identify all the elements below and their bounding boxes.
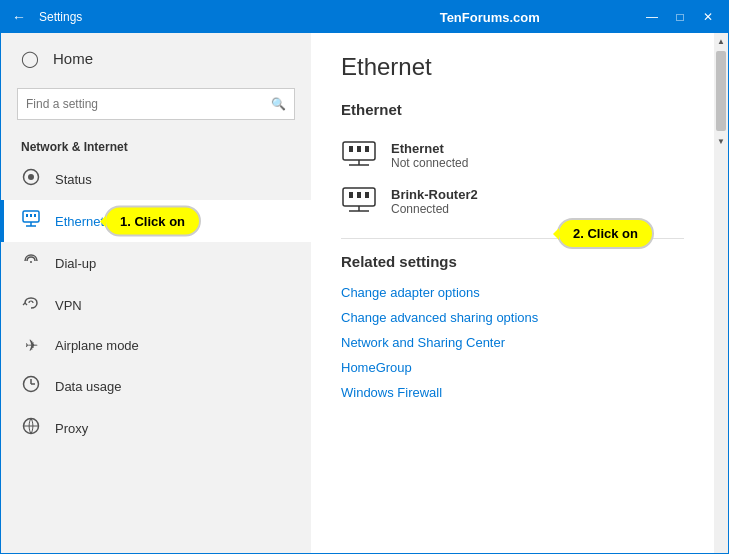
maximize-button[interactable]: □ [668,5,692,29]
vpn-icon [21,294,41,316]
main-content: ◯ Home 🔍 Network & Internet Status [1,33,728,553]
related-link-adapter[interactable]: Change adapter options [341,280,684,305]
minimize-button[interactable]: — [640,5,664,29]
proxy-icon [21,417,41,439]
sidebar: ◯ Home 🔍 Network & Internet Status [1,33,311,553]
svg-rect-23 [349,192,353,198]
search-box[interactable]: 🔍 [17,88,295,120]
network-status: Not connected [391,156,468,170]
sidebar-item-label: Status [55,172,92,187]
svg-rect-17 [349,146,353,152]
svg-rect-6 [30,214,32,217]
window-title: Settings [39,10,340,24]
svg-rect-5 [26,214,28,217]
svg-rect-18 [357,146,361,152]
svg-point-1 [28,174,34,180]
datausage-icon [21,375,41,397]
home-icon: ◯ [21,49,39,68]
sidebar-item-vpn[interactable]: VPN [1,284,311,326]
sidebar-item-dialup-label: Dial-up [55,256,96,271]
sidebar-item-status[interactable]: Status [1,158,311,200]
scrollbar-up[interactable]: ▲ [714,33,728,49]
back-button[interactable]: ← [9,9,29,25]
related-link-firewall[interactable]: Windows Firewall [341,380,684,405]
related-link-center[interactable]: Network and Sharing Center [341,330,684,355]
watermark: TenForums.com [340,10,641,25]
settings-window: ← Settings TenForums.com — □ ✕ ◯ Home 🔍 … [0,0,729,554]
svg-rect-7 [34,214,36,217]
related-settings-title: Related settings [341,253,684,270]
callout-2-container: 2. Click on [557,218,654,249]
related-link-homegroup[interactable]: HomeGroup [341,355,684,380]
close-button[interactable]: ✕ [696,5,720,29]
networks-section-title: Ethernet [341,101,684,118]
svg-rect-19 [365,146,369,152]
main-panel: Ethernet Ethernet Ethernet Not c [311,33,714,553]
sidebar-item-vpn-label: VPN [55,298,82,313]
network-brink-status: Connected [391,202,478,216]
window-controls: — □ ✕ [640,5,720,29]
svg-rect-25 [365,192,369,198]
callout-1: 1. Click on [104,206,201,237]
sidebar-home[interactable]: ◯ Home [1,33,311,84]
dialup-icon [21,252,41,274]
scrollbar-down[interactable]: ▼ [714,133,728,149]
titlebar: ← Settings TenForums.com — □ ✕ [1,1,728,33]
ethernet-icon [21,210,41,232]
sidebar-item-ethernet[interactable]: Ethernet 1. Click on [1,200,311,242]
sidebar-item-airplane-label: Airplane mode [55,338,139,353]
sidebar-item-proxy-label: Proxy [55,421,88,436]
svg-line-10 [25,303,27,305]
callout-2: 2. Click on [557,218,654,249]
network-info-brink: Brink-Router2 Connected [391,187,478,216]
network-brink-icon [341,186,377,216]
sidebar-item-datausage-label: Data usage [55,379,122,394]
network-brink-name: Brink-Router2 [391,187,478,202]
network-ethernet-icon [341,140,377,170]
svg-rect-24 [357,192,361,198]
scrollbar-thumb[interactable] [716,51,726,131]
airplane-icon: ✈ [21,336,41,355]
network-item-ethernet[interactable]: Ethernet Not connected [341,132,684,178]
sidebar-section-label: Network & Internet [1,132,311,158]
network-name: Ethernet [391,141,468,156]
status-icon [21,168,41,190]
home-label: Home [53,50,93,67]
sidebar-item-airplane[interactable]: ✈ Airplane mode [1,326,311,365]
sidebar-item-proxy[interactable]: Proxy [1,407,311,449]
sidebar-item-dialup[interactable]: Dial-up [1,242,311,284]
related-link-sharing[interactable]: Change advanced sharing options [341,305,684,330]
svg-line-9 [23,303,25,305]
page-title: Ethernet [341,53,684,81]
network-info-ethernet: Ethernet Not connected [391,141,468,170]
scrollbar[interactable]: ▲ ▼ [714,33,728,553]
search-icon: 🔍 [271,97,286,111]
search-input[interactable] [26,97,271,111]
sidebar-item-datausage[interactable]: Data usage [1,365,311,407]
